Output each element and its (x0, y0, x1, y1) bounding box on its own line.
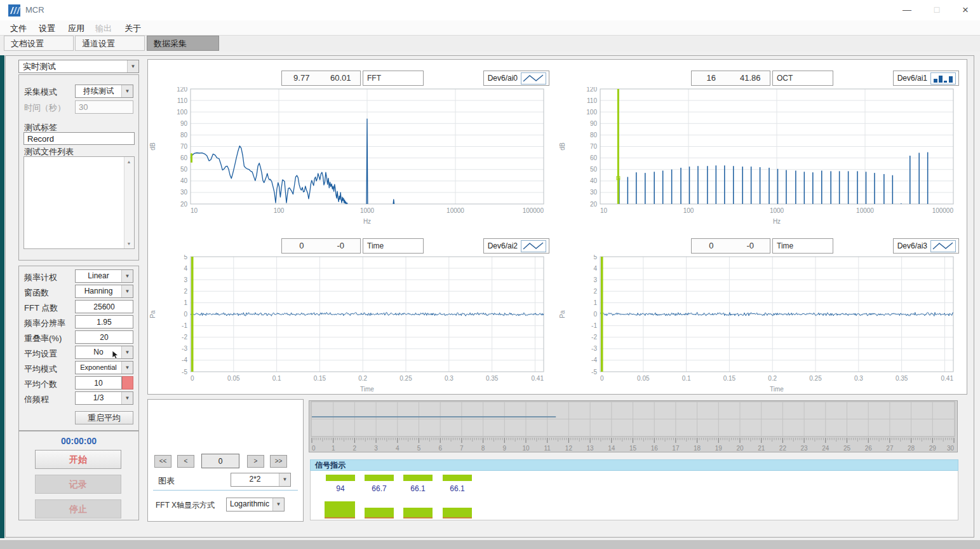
oct-device-label: Dev6/ai1 (897, 74, 927, 83)
svg-text:20: 20 (736, 445, 744, 452)
svg-text:3: 3 (374, 445, 378, 452)
svg-text:0: 0 (593, 311, 597, 318)
menu-about[interactable]: 关于 (122, 22, 144, 35)
time2-type-field[interactable]: Time (772, 238, 833, 254)
chevron-down-icon[interactable]: ▼ (121, 346, 133, 358)
nav-last-button[interactable]: >> (270, 455, 287, 468)
acq-mode-select[interactable]: 持续测试 ▼ (75, 85, 133, 98)
svg-text:100: 100 (274, 207, 285, 214)
time1-channel-selector[interactable]: Dev6/ai2 (483, 238, 549, 254)
menu-application[interactable]: 应用 (65, 22, 87, 35)
minimize-button[interactable]: — (892, 0, 922, 20)
svg-text:0.15: 0.15 (314, 375, 326, 382)
freq-weighting-value: Linear (76, 270, 121, 282)
time1-type-field[interactable]: Time (363, 238, 424, 254)
avg-mode-select[interactable]: Exponential ▼ (75, 361, 133, 374)
svg-text:Hz: Hz (363, 218, 371, 225)
test-label-field[interactable] (23, 132, 135, 145)
avg-count-field[interactable] (75, 376, 122, 390)
nav-first-button[interactable]: << (154, 455, 171, 468)
divider (153, 490, 298, 491)
signal-level-ch4: 66.1 (443, 484, 472, 493)
fft-xaxis-mode-select[interactable]: Logarithmic ▼ (226, 498, 285, 512)
svg-text:100: 100 (177, 109, 187, 116)
time2-channel-selector[interactable]: Dev6/ai3 (893, 238, 959, 254)
chevron-down-icon[interactable]: ▼ (121, 392, 133, 404)
octave-value: 1/3 (76, 392, 121, 404)
avg-setting-select[interactable]: No ▼ (75, 346, 133, 359)
svg-text:30: 30 (590, 189, 598, 196)
svg-text:0.41: 0.41 (532, 375, 544, 382)
overlap-field[interactable] (75, 330, 133, 344)
app-logo-icon (8, 4, 20, 17)
menu-file[interactable]: 文件 (8, 22, 29, 35)
tab-bar: 文档设置 通道设置 数据采集 (0, 36, 980, 51)
svg-text:28: 28 (908, 445, 915, 452)
time1-device-label: Dev6/ai2 (488, 241, 518, 250)
svg-text:70: 70 (590, 143, 598, 150)
chart-grid-select[interactable]: 2*2 ▼ (231, 473, 291, 487)
svg-text:Time: Time (770, 386, 784, 393)
chevron-down-icon[interactable]: ▼ (279, 473, 290, 486)
nav-prev-button[interactable]: < (177, 455, 194, 468)
restart-average-button[interactable]: 重启平均 (75, 411, 133, 424)
svg-text:25: 25 (843, 445, 851, 452)
oct-channel-selector[interactable]: Dev6/ai1 (893, 71, 959, 86)
scroll-down-icon[interactable]: ▼ (124, 239, 133, 248)
test-file-listbox[interactable]: ▲ ▼ (23, 156, 135, 249)
svg-text:2: 2 (184, 288, 187, 295)
fft-xaxis-mode-label: FFT X轴显示方式 (156, 500, 215, 511)
svg-text:0.2: 0.2 (358, 375, 367, 382)
oct-cursor-readout: 16 41.86 (691, 71, 770, 86)
fft-type-field[interactable]: FFT (363, 71, 424, 86)
window-func-select[interactable]: Hanning ▼ (75, 285, 133, 298)
oct-plot[interactable]: 2030405060708090100110120101001000100001… (557, 87, 967, 226)
test-mode-select[interactable]: 实时测试 ▼ (18, 60, 139, 73)
chevron-down-icon[interactable]: ▼ (121, 362, 133, 374)
svg-text:27: 27 (886, 445, 894, 452)
fft-channel-selector[interactable]: Dev6/ai0 (483, 71, 549, 86)
freq-weighting-select[interactable]: Linear ▼ (75, 269, 133, 283)
close-button[interactable]: × (951, 0, 980, 20)
svg-text:0: 0 (184, 311, 187, 318)
fft-cursor-x: 9.77 (282, 71, 321, 85)
tab-channel-settings[interactable]: 通道设置 (75, 36, 145, 51)
window-func-label: 窗函数 (24, 287, 49, 299)
tab-data-acquisition[interactable]: 数据采集 (147, 36, 219, 51)
chevron-down-icon[interactable]: ▼ (121, 285, 133, 297)
octave-select[interactable]: 1/3 ▼ (75, 391, 133, 405)
svg-text:10: 10 (522, 445, 530, 452)
chevron-down-icon[interactable]: ▼ (272, 498, 284, 511)
chevron-down-icon[interactable]: ▼ (127, 60, 138, 72)
title-bar: MCR — □ × (0, 0, 980, 21)
time2-plot[interactable]: -5-4-3-2-101234500.050.10.150.20.250.30.… (557, 255, 967, 393)
time1-cursor-y: -0 (321, 239, 361, 253)
page-number-field[interactable] (201, 454, 239, 468)
svg-text:0: 0 (191, 375, 194, 382)
svg-text:-2: -2 (591, 334, 597, 341)
svg-text:Hz: Hz (773, 218, 781, 225)
tab-document-settings[interactable]: 文档设置 (4, 36, 74, 51)
avg-setting-label: 平均设置 (24, 348, 57, 360)
maximize-button[interactable]: □ (922, 0, 951, 20)
menu-settings[interactable]: 设置 (36, 22, 58, 35)
oct-type-field[interactable]: OCT (772, 71, 833, 86)
record-timeline[interactable]: 0123456789101112131415161718192021222324… (309, 400, 958, 454)
scroll-up-icon[interactable]: ▲ (124, 157, 133, 166)
freq-resolution-field[interactable] (75, 315, 133, 329)
fft-points-field[interactable] (75, 300, 133, 313)
listbox-scrollbar[interactable]: ▲ ▼ (124, 157, 134, 248)
svg-text:17: 17 (672, 445, 680, 452)
svg-text:10: 10 (191, 207, 198, 214)
signal-lamp-ch1 (326, 475, 355, 481)
chevron-down-icon[interactable]: ▼ (121, 270, 133, 282)
svg-text:20: 20 (180, 201, 188, 208)
fft-plot[interactable]: 2030405060708090100110120101001000100001… (147, 87, 557, 226)
nav-next-button[interactable]: > (247, 455, 264, 468)
chevron-down-icon[interactable]: ▼ (121, 85, 133, 97)
chart-grid-label: 图表 (158, 475, 175, 487)
time1-plot[interactable]: -5-4-3-2-101234500.050.10.150.20.250.30.… (147, 255, 557, 393)
stop-button: 停止 (35, 499, 121, 518)
fft-xaxis-mode-value: Logarithmic (227, 498, 272, 511)
start-button[interactable]: 开始 (35, 450, 121, 469)
